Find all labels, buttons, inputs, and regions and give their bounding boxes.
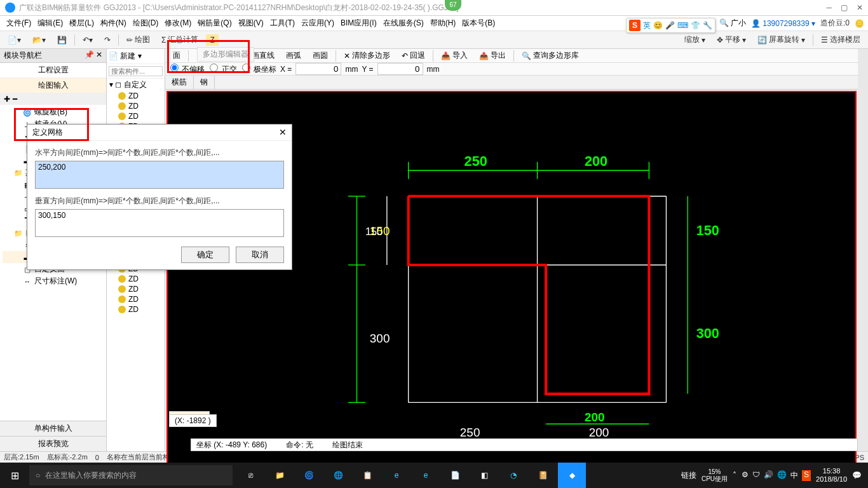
system-tray[interactable]: ⚙ 🛡 🔊 🌐 中 S <box>742 470 811 481</box>
ie-icon[interactable]: e <box>412 463 440 488</box>
search-input[interactable] <box>109 66 163 76</box>
dialog-cancel-button[interactable]: 取消 <box>236 247 284 263</box>
dialog-ok-button[interactable]: 确定 <box>181 247 229 263</box>
redo-icon[interactable]: ↷ <box>100 34 114 46</box>
ime-tray-icon[interactable]: 中 <box>790 470 798 481</box>
list-item[interactable]: ZD <box>107 304 165 315</box>
close-icon[interactable]: ✕ <box>857 3 863 12</box>
menu-cloud[interactable]: 云应用(Y) <box>299 17 337 30</box>
polar-radio[interactable]: 极坐标 <box>241 64 276 75</box>
undo-polygon-button[interactable]: ↶ 回退 <box>398 49 429 62</box>
sogou-icon[interactable]: S <box>629 20 641 31</box>
menu-online[interactable]: 在线服务(S) <box>381 17 426 30</box>
ime-tool-icon[interactable]: 🔧 <box>703 21 712 30</box>
sigma-button[interactable]: Σ 汇总计算 <box>158 33 202 46</box>
vertical-input[interactable]: 300,150 <box>35 209 284 237</box>
x-input[interactable] <box>295 63 341 75</box>
app-icon-6[interactable]: 📔 <box>529 463 557 488</box>
network-icon[interactable]: 🌐 <box>777 470 787 481</box>
cpu-meter[interactable]: 15% CPU使用 <box>702 468 728 482</box>
list-item[interactable]: ZD <box>107 284 165 294</box>
zoom-button[interactable]: 缩放 ▾ <box>681 33 709 46</box>
ime-emoji-icon[interactable]: 😊 <box>653 21 663 30</box>
ime-voice-icon[interactable]: 🎤 <box>665 21 675 30</box>
menu-tools[interactable]: 工具(T) <box>268 17 297 30</box>
app-icon-7[interactable]: ◆ <box>558 463 586 488</box>
guangzhao-button[interactable]: 🔍 广小 <box>719 18 746 29</box>
menu-rebar[interactable]: 钢筋量(Q) <box>195 17 234 30</box>
menu-draw[interactable]: 绘图(D) <box>130 17 161 30</box>
clear-polygon-button[interactable]: ✕ 清除多边形 <box>340 49 394 62</box>
notification-icon[interactable]: 💬 <box>852 471 862 480</box>
rotate-button[interactable]: 🔄 屏幕旋转 ▾ <box>754 33 809 46</box>
list-item[interactable]: ZD <box>107 101 165 111</box>
list-item[interactable]: ZD <box>107 111 165 121</box>
tab-steel[interactable]: 钢 <box>194 76 215 89</box>
app-icon-2[interactable]: 📋 <box>353 463 381 488</box>
folder-icon[interactable]: 📁 <box>266 463 294 488</box>
tray-icon[interactable]: 🛡 <box>752 470 760 481</box>
menu-help[interactable]: 帮助(H) <box>428 17 459 30</box>
menu-file[interactable]: 文件(F) <box>4 17 34 30</box>
ortho-radio[interactable]: 正交 <box>208 64 236 75</box>
list-item[interactable]: ZD <box>107 294 165 304</box>
draw-circle-button[interactable]: 画圆 <box>309 49 332 62</box>
dialog-close-icon[interactable]: ✕ <box>279 127 287 138</box>
undo-icon[interactable]: ↶▾ <box>79 34 97 46</box>
open-icon[interactable]: 📂▾ <box>29 34 50 46</box>
query-library-button[interactable]: 🔍 查询多边形库 <box>518 49 583 62</box>
new-component-button[interactable]: 📄 新建 ▾ <box>109 51 142 62</box>
project-settings-tab[interactable]: 工程设置 <box>0 63 106 78</box>
taskview-icon[interactable]: ⎚ <box>236 463 264 488</box>
menu-bim[interactable]: BIM应用(I) <box>338 17 379 30</box>
links-button[interactable]: 链接 <box>681 470 696 481</box>
draw-arc-button[interactable]: 画弧 <box>282 49 305 62</box>
app-icon-5[interactable]: ◔ <box>499 463 527 488</box>
app-icon-4[interactable]: ◧ <box>470 463 498 488</box>
start-button[interactable]: ⊞ <box>0 463 29 488</box>
z-icon[interactable]: Z <box>206 34 218 46</box>
draw-input-tab[interactable]: 绘图输入 <box>0 78 106 93</box>
export-button[interactable]: 📤 导出 <box>475 49 510 62</box>
tray-icon[interactable]: ⚙ <box>742 470 749 481</box>
ime-skin-icon[interactable]: 👕 <box>691 21 700 30</box>
menu-modify[interactable]: 修改(M) <box>162 17 194 30</box>
report-preview-tab[interactable]: 报表预览 <box>0 436 106 451</box>
draw-button[interactable]: ✏ 绘图 <box>123 33 154 46</box>
ime-lang[interactable]: 英 <box>643 20 651 31</box>
panel-pin-icon[interactable]: 📌 ✕ <box>85 50 102 61</box>
taskbar-search[interactable]: ○ 在这里输入你要搜索的内容 <box>29 465 233 485</box>
menu-component[interactable]: 构件(N) <box>98 17 129 30</box>
menu-version[interactable]: 版本号(B) <box>459 17 498 30</box>
tree-node[interactable]: 🌀螺旋板(B) <box>3 106 104 118</box>
menu-edit[interactable]: 编辑(E) <box>35 17 65 30</box>
sogou-tray-icon[interactable]: S <box>802 470 811 481</box>
single-input-tab[interactable]: 单构件输入 <box>0 421 106 436</box>
new-doc-icon[interactable]: 📄▾ <box>4 34 25 46</box>
tray-up-icon[interactable]: ˄ <box>733 471 736 480</box>
no-offset-radio[interactable]: 不偏移 <box>169 64 205 75</box>
ime-keyboard-icon[interactable]: ⌨ <box>677 21 688 30</box>
import-button[interactable]: 📥 导入 <box>437 49 471 62</box>
tab-horizontal[interactable]: 横筋 <box>165 76 194 89</box>
ime-bar[interactable]: S 英 😊 🎤 ⌨ 👕 🔧 <box>626 18 715 33</box>
edge-icon[interactable]: e <box>383 463 410 488</box>
horizontal-input[interactable]: 250,200 <box>35 161 284 189</box>
pan-button[interactable]: ✥ 平移 ▾ <box>713 33 750 46</box>
maximize-icon[interactable]: ▢ <box>841 3 848 12</box>
tree-node[interactable]: ↔尺寸标注(W) <box>3 275 104 287</box>
list-root[interactable]: ▾ ◻ 自定义 <box>107 79 165 91</box>
browser-icon[interactable]: 🌐 <box>324 463 352 488</box>
list-item[interactable]: ZD <box>107 274 165 284</box>
list-item[interactable]: ZD <box>107 91 165 101</box>
y-input[interactable] <box>377 63 423 75</box>
app-icon-3[interactable]: 📄 <box>441 463 469 488</box>
taskbar-clock[interactable]: 15:38 2018/8/10 <box>816 467 847 484</box>
save-icon[interactable]: 💾 <box>53 34 71 46</box>
menu-floor[interactable]: 楼层(L) <box>67 17 97 30</box>
collapse-icon[interactable]: ━ <box>13 95 17 104</box>
select-floor-button[interactable]: ☰ 选择楼层 <box>817 33 864 46</box>
user-label[interactable]: 👤 13907298339 ▾ <box>751 19 815 28</box>
menu-view[interactable]: 视图(V) <box>236 17 266 30</box>
expand-icon[interactable]: ✚ <box>4 95 10 104</box>
